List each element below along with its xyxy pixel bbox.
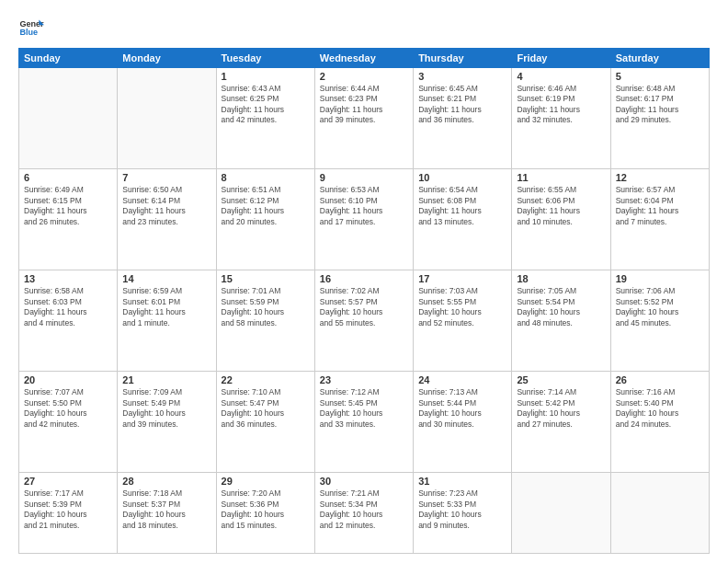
calendar-page: General Blue SundayMondayTuesdayWednesda…	[0, 0, 728, 563]
logo: General Blue	[18, 15, 44, 40]
day-number: 28	[122, 476, 210, 487]
day-number: 3	[418, 71, 506, 82]
header: General Blue	[18, 15, 710, 40]
calendar-cell: 9Sunrise: 6:53 AM Sunset: 6:10 PM Daylig…	[314, 169, 413, 270]
day-number: 30	[320, 476, 408, 487]
calendar-cell: 27Sunrise: 7:17 AM Sunset: 5:39 PM Dayli…	[19, 473, 118, 554]
weekday-header: Saturday	[610, 49, 709, 68]
day-info: Sunrise: 7:07 AM Sunset: 5:50 PM Dayligh…	[24, 387, 112, 430]
day-info: Sunrise: 6:53 AM Sunset: 6:10 PM Dayligh…	[320, 185, 408, 227]
day-info: Sunrise: 7:18 AM Sunset: 5:37 PM Dayligh…	[122, 488, 210, 531]
day-number: 31	[418, 476, 506, 487]
calendar-cell	[610, 473, 709, 554]
day-number: 20	[24, 374, 112, 385]
day-number: 23	[320, 374, 408, 385]
day-number: 19	[616, 273, 704, 284]
weekday-header: Monday	[118, 49, 216, 68]
calendar-cell: 13Sunrise: 6:58 AM Sunset: 6:03 PM Dayli…	[19, 270, 118, 372]
day-info: Sunrise: 6:46 AM Sunset: 6:19 PM Dayligh…	[517, 84, 605, 126]
day-info: Sunrise: 7:16 AM Sunset: 5:40 PM Dayligh…	[616, 387, 704, 430]
day-info: Sunrise: 6:55 AM Sunset: 6:06 PM Dayligh…	[517, 185, 605, 227]
weekday-header: Thursday	[414, 49, 512, 68]
calendar-cell	[118, 68, 216, 169]
day-number: 4	[517, 71, 605, 82]
day-info: Sunrise: 6:49 AM Sunset: 6:15 PM Dayligh…	[24, 185, 112, 227]
day-info: Sunrise: 6:45 AM Sunset: 6:21 PM Dayligh…	[418, 84, 506, 126]
calendar-cell: 26Sunrise: 7:16 AM Sunset: 5:40 PM Dayli…	[610, 372, 709, 473]
calendar-cell: 3Sunrise: 6:45 AM Sunset: 6:21 PM Daylig…	[414, 68, 512, 169]
calendar-cell: 2Sunrise: 6:44 AM Sunset: 6:23 PM Daylig…	[314, 68, 413, 169]
day-info: Sunrise: 6:50 AM Sunset: 6:14 PM Dayligh…	[122, 185, 210, 227]
day-info: Sunrise: 7:14 AM Sunset: 5:42 PM Dayligh…	[517, 387, 605, 430]
calendar-cell: 4Sunrise: 6:46 AM Sunset: 6:19 PM Daylig…	[512, 68, 610, 169]
calendar-cell: 18Sunrise: 7:05 AM Sunset: 5:54 PM Dayli…	[512, 270, 610, 372]
day-number: 21	[122, 374, 210, 385]
day-info: Sunrise: 6:57 AM Sunset: 6:04 PM Dayligh…	[616, 185, 704, 227]
calendar-week-row: 13Sunrise: 6:58 AM Sunset: 6:03 PM Dayli…	[19, 270, 710, 372]
calendar-week-row: 1Sunrise: 6:43 AM Sunset: 6:25 PM Daylig…	[19, 68, 710, 169]
calendar-cell: 14Sunrise: 6:59 AM Sunset: 6:01 PM Dayli…	[118, 270, 216, 372]
calendar-cell: 28Sunrise: 7:18 AM Sunset: 5:37 PM Dayli…	[118, 473, 216, 554]
calendar-cell: 15Sunrise: 7:01 AM Sunset: 5:59 PM Dayli…	[216, 270, 314, 372]
day-info: Sunrise: 7:20 AM Sunset: 5:36 PM Dayligh…	[222, 488, 310, 531]
calendar-cell: 5Sunrise: 6:48 AM Sunset: 6:17 PM Daylig…	[610, 68, 709, 169]
calendar-cell: 22Sunrise: 7:10 AM Sunset: 5:47 PM Dayli…	[216, 372, 314, 473]
day-number: 24	[418, 374, 506, 385]
day-info: Sunrise: 7:05 AM Sunset: 5:54 PM Dayligh…	[517, 286, 605, 328]
calendar-cell: 12Sunrise: 6:57 AM Sunset: 6:04 PM Dayli…	[610, 169, 709, 270]
day-info: Sunrise: 6:51 AM Sunset: 6:12 PM Dayligh…	[222, 185, 310, 227]
calendar-cell: 20Sunrise: 7:07 AM Sunset: 5:50 PM Dayli…	[19, 372, 118, 473]
day-info: Sunrise: 7:10 AM Sunset: 5:47 PM Dayligh…	[222, 387, 310, 430]
day-info: Sunrise: 7:03 AM Sunset: 5:55 PM Dayligh…	[418, 286, 506, 328]
day-number: 10	[418, 172, 506, 183]
day-info: Sunrise: 6:48 AM Sunset: 6:17 PM Dayligh…	[616, 84, 704, 126]
weekday-header: Wednesday	[314, 49, 413, 68]
day-info: Sunrise: 6:54 AM Sunset: 6:08 PM Dayligh…	[418, 185, 506, 227]
calendar-cell: 17Sunrise: 7:03 AM Sunset: 5:55 PM Dayli…	[414, 270, 512, 372]
calendar-week-row: 27Sunrise: 7:17 AM Sunset: 5:39 PM Dayli…	[19, 473, 710, 554]
day-number: 5	[616, 71, 704, 82]
day-info: Sunrise: 7:06 AM Sunset: 5:52 PM Dayligh…	[616, 286, 704, 328]
calendar-cell: 16Sunrise: 7:02 AM Sunset: 5:57 PM Dayli…	[314, 270, 413, 372]
calendar-cell: 21Sunrise: 7:09 AM Sunset: 5:49 PM Dayli…	[118, 372, 216, 473]
svg-text:Blue: Blue	[19, 28, 38, 37]
day-info: Sunrise: 7:23 AM Sunset: 5:33 PM Dayligh…	[418, 488, 506, 531]
calendar-cell: 1Sunrise: 6:43 AM Sunset: 6:25 PM Daylig…	[216, 68, 314, 169]
calendar-cell: 7Sunrise: 6:50 AM Sunset: 6:14 PM Daylig…	[118, 169, 216, 270]
day-number: 8	[222, 172, 310, 183]
day-number: 7	[122, 172, 210, 183]
day-info: Sunrise: 7:12 AM Sunset: 5:45 PM Dayligh…	[320, 387, 408, 430]
logo-icon: General Blue	[18, 15, 44, 40]
day-number: 11	[517, 172, 605, 183]
day-number: 15	[222, 273, 310, 284]
calendar-cell: 19Sunrise: 7:06 AM Sunset: 5:52 PM Dayli…	[610, 270, 709, 372]
calendar-cell: 31Sunrise: 7:23 AM Sunset: 5:33 PM Dayli…	[414, 473, 512, 554]
calendar-table: SundayMondayTuesdayWednesdayThursdayFrid…	[18, 48, 710, 554]
calendar-cell	[19, 68, 118, 169]
day-info: Sunrise: 6:59 AM Sunset: 6:01 PM Dayligh…	[122, 286, 210, 328]
day-info: Sunrise: 7:01 AM Sunset: 5:59 PM Dayligh…	[222, 286, 310, 328]
calendar-cell	[512, 473, 610, 554]
day-info: Sunrise: 7:21 AM Sunset: 5:34 PM Dayligh…	[320, 488, 408, 531]
day-number: 18	[517, 273, 605, 284]
day-number: 26	[616, 374, 704, 385]
calendar-cell: 10Sunrise: 6:54 AM Sunset: 6:08 PM Dayli…	[414, 169, 512, 270]
day-info: Sunrise: 6:58 AM Sunset: 6:03 PM Dayligh…	[24, 286, 112, 328]
day-info: Sunrise: 6:44 AM Sunset: 6:23 PM Dayligh…	[320, 84, 408, 126]
day-number: 2	[320, 71, 408, 82]
day-number: 17	[418, 273, 506, 284]
day-number: 27	[24, 476, 112, 487]
calendar-week-row: 6Sunrise: 6:49 AM Sunset: 6:15 PM Daylig…	[19, 169, 710, 270]
calendar-cell: 11Sunrise: 6:55 AM Sunset: 6:06 PM Dayli…	[512, 169, 610, 270]
weekday-header: Sunday	[19, 49, 118, 68]
calendar-cell: 23Sunrise: 7:12 AM Sunset: 5:45 PM Dayli…	[314, 372, 413, 473]
day-number: 1	[222, 71, 310, 82]
day-number: 13	[24, 273, 112, 284]
day-info: Sunrise: 7:13 AM Sunset: 5:44 PM Dayligh…	[418, 387, 506, 430]
weekday-header: Friday	[512, 49, 610, 68]
calendar-week-row: 20Sunrise: 7:07 AM Sunset: 5:50 PM Dayli…	[19, 372, 710, 473]
weekday-header-row: SundayMondayTuesdayWednesdayThursdayFrid…	[19, 49, 710, 68]
day-info: Sunrise: 6:43 AM Sunset: 6:25 PM Dayligh…	[222, 84, 310, 126]
calendar-cell: 25Sunrise: 7:14 AM Sunset: 5:42 PM Dayli…	[512, 372, 610, 473]
calendar-cell: 6Sunrise: 6:49 AM Sunset: 6:15 PM Daylig…	[19, 169, 118, 270]
